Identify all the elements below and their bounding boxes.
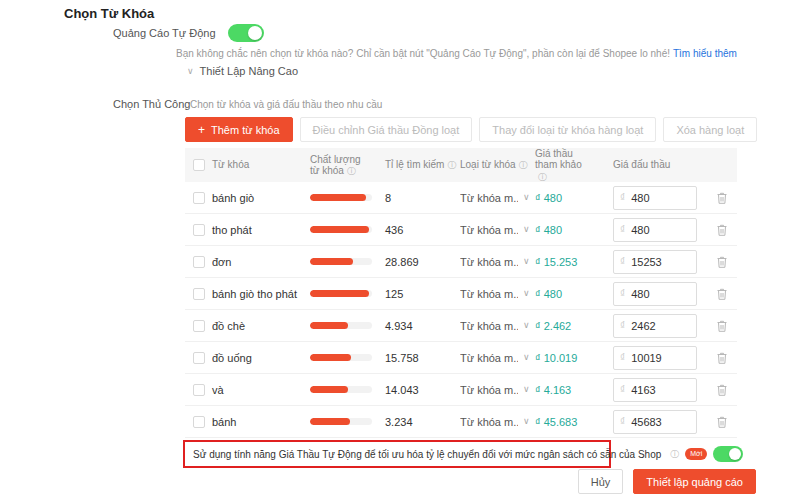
keyword-type-value: Từ khóa m... — [460, 416, 518, 428]
keyword-type-dropdown[interactable]: Từ khóa m...∨ — [460, 224, 535, 236]
plus-icon: + — [198, 123, 205, 137]
trash-icon[interactable] — [715, 415, 729, 429]
add-keyword-button[interactable]: +Thêm từ khóa — [185, 117, 293, 142]
info-icon[interactable]: ⓘ — [538, 172, 547, 182]
table-header: Từ khóa Chất lượng từ khóaⓘ Tỉ lệ tìm ki… — [185, 148, 737, 182]
trash-icon[interactable] — [715, 319, 729, 333]
row-checkbox[interactable] — [193, 352, 205, 364]
setup-ads-button[interactable]: Thiết lập quảng cáo — [633, 469, 756, 494]
reference-bid: ₫ 45.683 — [535, 416, 577, 428]
keyword-label: và — [212, 384, 224, 396]
chevron-down-icon: ∨ — [523, 417, 530, 426]
quality-bar — [310, 258, 372, 265]
auto-bid-toggle[interactable] — [713, 446, 743, 462]
currency-symbol: ₫ — [620, 416, 625, 427]
keyword-type-dropdown[interactable]: Từ khóa m...∨ — [460, 320, 535, 332]
trash-icon[interactable] — [715, 191, 729, 205]
page-title: Chọn Từ Khóa — [64, 6, 154, 21]
keyword-type-dropdown[interactable]: Từ khóa m...∨ — [460, 352, 535, 364]
keyword-type-dropdown[interactable]: Từ khóa m...∨ — [460, 288, 535, 300]
auto-ads-label: Quảng Cáo Tự Động — [113, 27, 216, 39]
search-volume: 14.043 — [385, 384, 419, 396]
info-icon[interactable]: ⓘ — [519, 160, 528, 170]
manual-select-hint: Chọn từ khóa và giá đấu thầu theo nhu cầ… — [190, 99, 382, 110]
row-checkbox[interactable] — [193, 416, 205, 428]
search-volume: 125 — [385, 288, 403, 300]
bid-input[interactable]: ₫15253 — [613, 250, 697, 274]
quality-bar-fill — [310, 322, 348, 329]
row-checkbox[interactable] — [193, 288, 205, 300]
col-keyword-type: Loại từ khóaⓘ — [460, 159, 528, 171]
quality-bar — [310, 322, 372, 329]
row-checkbox[interactable] — [193, 192, 205, 204]
trash-icon[interactable] — [715, 223, 729, 237]
reference-bid: ₫ 480 — [535, 224, 562, 236]
chevron-down-icon: ∨ — [523, 257, 530, 266]
bid-input[interactable]: ₫480 — [613, 218, 697, 242]
keyword-label: đơn — [212, 256, 231, 268]
bulk-change-type-button[interactable]: Thay đổi loại từ khóa hàng loạt — [479, 117, 656, 142]
quality-bar — [310, 226, 372, 233]
search-volume: 4.934 — [385, 320, 413, 332]
bid-input[interactable]: ₫480 — [613, 282, 697, 306]
reference-bid: ₫ 480 — [535, 192, 562, 204]
table-row: bánh 3.234 Từ khóa m...∨ ₫ 45.683 ₫45683 — [185, 406, 737, 438]
search-volume: 28.869 — [385, 256, 419, 268]
search-volume: 3.234 — [385, 416, 413, 428]
quality-bar-fill — [310, 418, 350, 425]
info-icon[interactable]: ⓘ — [347, 166, 356, 176]
auto-ads-toggle[interactable] — [228, 24, 264, 42]
quality-bar — [310, 418, 372, 425]
toggle-knob — [248, 26, 262, 40]
select-all-checkbox[interactable] — [193, 159, 205, 171]
search-volume: 436 — [385, 224, 403, 236]
quality-bar-fill — [310, 258, 353, 265]
chevron-down-icon: ∨ — [523, 353, 530, 362]
advanced-settings-toggle[interactable]: ∨ Thiết Lập Nâng Cao — [187, 65, 298, 77]
auto-ads-hint: Bạn không chắc nên chọn từ khóa nào? Chỉ… — [176, 48, 737, 59]
currency-symbol: ₫ — [620, 320, 625, 331]
trash-icon[interactable] — [715, 287, 729, 301]
table-row: tho phát 436 Từ khóa m...∨ ₫ 480 ₫480 — [185, 214, 737, 246]
trash-icon[interactable] — [715, 383, 729, 397]
bulk-adjust-bid-button[interactable]: Điều chỉnh Giá thầu Đồng loạt — [300, 117, 473, 142]
row-checkbox[interactable] — [193, 384, 205, 396]
bid-input[interactable]: ₫480 — [613, 186, 697, 210]
row-checkbox[interactable] — [193, 256, 205, 268]
bid-value: 4163 — [631, 384, 655, 396]
bid-input[interactable]: ₫2462 — [613, 314, 697, 338]
keyword-label: bánh giò — [212, 192, 254, 204]
bid-input[interactable]: ₫4163 — [613, 378, 697, 402]
row-checkbox[interactable] — [193, 224, 205, 236]
search-volume: 15.758 — [385, 352, 419, 364]
table-row: bánh giò tho phát 125 Từ khóa m...∨ ₫ 48… — [185, 278, 737, 310]
keyword-type-dropdown[interactable]: Từ khóa m...∨ — [460, 192, 535, 204]
bid-input[interactable]: ₫45683 — [613, 410, 697, 434]
learn-more-link[interactable]: Tìm hiểu thêm — [673, 48, 737, 59]
col-quality: Chất lượng từ khóaⓘ — [310, 154, 368, 177]
quality-bar — [310, 290, 372, 297]
keyword-type-value: Từ khóa m... — [460, 384, 518, 396]
cancel-button[interactable]: Hủy — [578, 469, 624, 494]
search-volume: 8 — [385, 192, 391, 204]
table-row: đơn 28.869 Từ khóa m...∨ ₫ 15.253 ₫15253 — [185, 246, 737, 278]
keyword-type-dropdown[interactable]: Từ khóa m...∨ — [460, 256, 535, 268]
keyword-table: Từ khóa Chất lượng từ khóaⓘ Tỉ lệ tìm ki… — [185, 148, 737, 438]
keyword-type-dropdown[interactable]: Từ khóa m...∨ — [460, 384, 535, 396]
trash-icon[interactable] — [715, 351, 729, 365]
keyword-type-dropdown[interactable]: Từ khóa m...∨ — [460, 416, 535, 428]
quality-bar-fill — [310, 194, 366, 201]
trash-icon[interactable] — [715, 255, 729, 269]
auto-bid-callout: Sử dụng tính năng Giá Thầu Tự Động để tố… — [183, 440, 611, 468]
info-icon[interactable]: ⓘ — [447, 160, 456, 170]
row-checkbox[interactable] — [193, 320, 205, 332]
quality-bar — [310, 354, 372, 361]
bid-input[interactable]: ₫10019 — [613, 346, 697, 370]
info-icon[interactable]: ⓘ — [670, 448, 679, 461]
table-row: đồ uống 15.758 Từ khóa m...∨ ₫ 10.019 ₫1… — [185, 342, 737, 374]
bulk-delete-button[interactable]: Xóa hàng loạt — [663, 117, 757, 142]
keyword-label: đồ uống — [212, 352, 252, 364]
reference-bid: ₫ 480 — [535, 288, 562, 300]
bid-value: 480 — [631, 288, 649, 300]
quality-bar — [310, 386, 372, 393]
